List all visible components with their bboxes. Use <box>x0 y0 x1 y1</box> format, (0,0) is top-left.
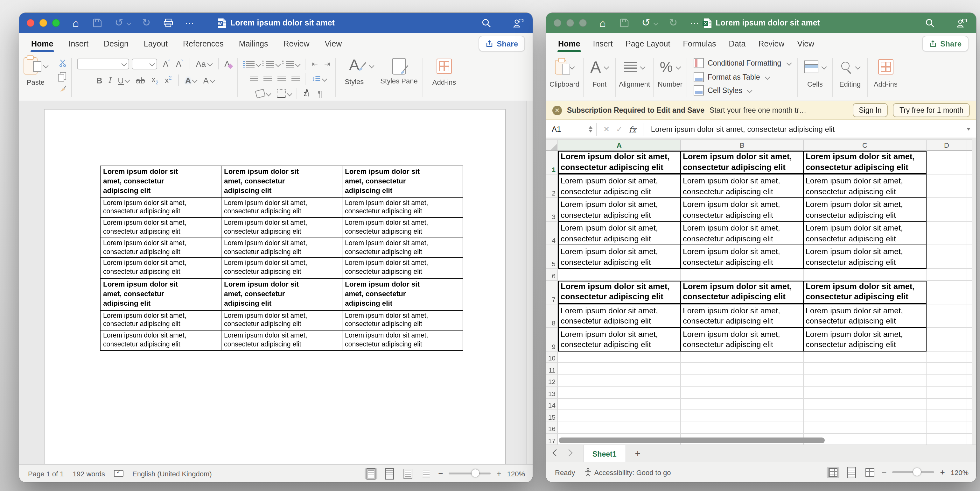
undo-chevron-icon[interactable] <box>654 21 658 25</box>
grid-cell-B5[interactable]: Lorem ipsum dolor sit amet, consectetur … <box>681 245 804 269</box>
text-effects-button[interactable]: A <box>185 75 191 85</box>
row-header-1[interactable]: 1 <box>546 151 558 174</box>
grid-cell-C9[interactable]: Lorem ipsum dolor sit amet, consectetur … <box>804 328 926 351</box>
table-cell[interactable]: Lorem ipsum dolor sit amet, consectetur … <box>224 198 340 216</box>
grid-cell-A12[interactable] <box>558 375 681 387</box>
more-toolbar-icon[interactable] <box>184 17 196 29</box>
justify-button[interactable] <box>291 75 300 82</box>
grid-cell-C14[interactable] <box>804 399 926 410</box>
format-as-table-button[interactable]: Format as Table <box>694 72 791 82</box>
grid-cell-C5[interactable]: Lorem ipsum dolor sit amet, consectetur … <box>804 245 926 269</box>
underline-chevron-icon[interactable] <box>125 78 130 83</box>
grid-cell-C7[interactable]: Lorem ipsum dolor sit amet, consectetur … <box>804 281 926 304</box>
grid-cell-C13[interactable] <box>804 387 926 399</box>
superscript-button[interactable]: x2 <box>165 75 172 85</box>
redo-icon[interactable] <box>668 17 679 29</box>
print-icon[interactable] <box>162 17 174 29</box>
page-count[interactable]: Page 1 of 1 <box>28 470 64 477</box>
tab-layout[interactable]: Layout <box>143 35 168 53</box>
zoom-in-button[interactable]: + <box>940 467 945 477</box>
table-cell[interactable]: Lorem ipsum dolor sit amet, consectetur … <box>224 280 340 309</box>
decrease-indent-button[interactable]: ⇤ <box>312 60 318 68</box>
save-icon[interactable] <box>619 17 630 29</box>
grid-cell-A9[interactable]: Lorem ipsum dolor sit amet, consectetur … <box>558 328 681 351</box>
name-box[interactable]: A1 <box>546 125 589 134</box>
spellcheck-icon[interactable] <box>114 470 124 477</box>
grid-cell-B10[interactable] <box>681 351 804 363</box>
page-layout-view-button[interactable] <box>845 467 858 478</box>
styles-button[interactable]: A Styles <box>336 54 370 100</box>
grid-cell-B12[interactable] <box>681 375 804 387</box>
normal-view-button[interactable] <box>826 467 839 478</box>
close-button[interactable] <box>27 19 34 27</box>
grid-cell-B1[interactable]: Lorem ipsum dolor sit amet, consectetur … <box>681 151 804 174</box>
try-free-button[interactable]: Try free for 1 month <box>893 103 970 117</box>
italic-button[interactable]: I <box>108 75 111 85</box>
zoom-window-button[interactable] <box>52 19 60 27</box>
change-case-button[interactable]: Aa <box>196 59 212 69</box>
row-header-11[interactable]: 11 <box>546 363 558 375</box>
row-header-8[interactable]: 8 <box>546 304 558 328</box>
grid-cell-D9[interactable] <box>926 328 967 351</box>
formula-input[interactable]: Lorem ipsum dolor sit amet, consectetur … <box>651 125 965 134</box>
row-header-9[interactable]: 9 <box>546 328 558 351</box>
column-header-A[interactable]: A <box>558 140 681 151</box>
table-cell[interactable]: Lorem ipsum dolor sit amet, consectetur … <box>224 259 340 276</box>
share-button[interactable]: Share <box>922 36 969 52</box>
grid-cell-D7[interactable] <box>926 281 967 304</box>
grid-cell-D17[interactable] <box>926 434 967 445</box>
outline-view-button[interactable] <box>401 468 414 479</box>
row-header-7[interactable]: 7 <box>546 281 558 304</box>
redo-icon[interactable] <box>141 17 152 29</box>
word-page[interactable]: Lorem ipsum dolor sit amet, consectetur … <box>44 109 506 465</box>
table-cell[interactable]: Lorem ipsum dolor sit amet, consectetur … <box>103 280 220 309</box>
grid-cell-C10[interactable] <box>804 351 926 363</box>
tab-data[interactable]: Data <box>728 35 746 53</box>
table-cell[interactable]: Lorem ipsum dolor sit amet, consectetur … <box>103 218 220 236</box>
row-header-15[interactable]: 15 <box>546 410 558 422</box>
zoom-slider[interactable] <box>449 472 491 474</box>
column-header-B[interactable]: B <box>681 140 804 151</box>
grid-cell-D14[interactable] <box>926 399 967 410</box>
grid-cell-D10[interactable] <box>926 351 967 363</box>
cell-styles-button[interactable]: Cell Styles <box>694 85 791 96</box>
accessibility-status[interactable]: Accessibility: Good to go <box>584 468 671 477</box>
undo-icon[interactable] <box>113 17 125 29</box>
row-header-2[interactable]: 2 <box>546 174 558 198</box>
grid-cell-D12[interactable] <box>926 375 967 387</box>
font-button[interactable]: A Font <box>584 54 616 100</box>
font-name-combo[interactable] <box>77 58 129 69</box>
tab-review[interactable]: Review <box>757 35 785 53</box>
tab-home[interactable]: Home <box>557 35 581 53</box>
grid-cell-B4[interactable]: Lorem ipsum dolor sit amet, consectetur … <box>681 222 804 245</box>
share-button[interactable]: Share <box>478 36 525 52</box>
table-cell[interactable]: Lorem ipsum dolor sit amet, consectetur … <box>345 218 461 236</box>
grid-cell-A4[interactable]: Lorem ipsum dolor sit amet, consectetur … <box>558 222 681 245</box>
excel-addins-button[interactable]: Add-ins <box>868 54 903 100</box>
line-spacing-button[interactable]: ↕☰ <box>312 75 321 82</box>
align-left-button[interactable] <box>250 75 258 82</box>
undo-icon[interactable] <box>640 17 652 29</box>
grid-cell-A16[interactable] <box>558 422 681 434</box>
table-cell[interactable]: Lorem ipsum dolor sit amet, consectetur … <box>345 280 461 309</box>
next-sheet-icon[interactable] <box>565 449 573 457</box>
table-cell[interactable]: Lorem ipsum dolor sit amet, consectetur … <box>345 259 461 276</box>
grid-cell-B3[interactable]: Lorem ipsum dolor sit amet, consectetur … <box>681 198 804 222</box>
draft-view-button[interactable] <box>420 468 433 479</box>
show-formatting-button[interactable]: ¶ <box>318 88 322 99</box>
column-header-D[interactable]: D <box>926 140 967 151</box>
table-cell[interactable]: Lorem ipsum dolor sit amet, consectetur … <box>345 331 461 349</box>
minimize-button[interactable] <box>566 19 574 27</box>
table-cell[interactable]: Lorem ipsum dolor sit amet, consectetur … <box>224 167 340 196</box>
clear-formatting-button[interactable]: A <box>224 59 232 69</box>
grid-cell-D2[interactable] <box>926 174 967 198</box>
column-header-C[interactable]: C <box>804 140 926 151</box>
row-header-3[interactable]: 3 <box>546 198 558 222</box>
alignment-button[interactable]: Alignment <box>616 54 653 100</box>
grid-cell-A1[interactable]: Lorem ipsum dolor sit amet, consectetur … <box>558 151 681 174</box>
shading-button[interactable] <box>255 89 266 98</box>
grid-cell-D16[interactable] <box>926 422 967 434</box>
align-right-button[interactable] <box>277 75 286 82</box>
table-cell[interactable]: Lorem ipsum dolor sit amet, consectetur … <box>345 311 461 328</box>
tab-design[interactable]: Design <box>103 35 129 53</box>
